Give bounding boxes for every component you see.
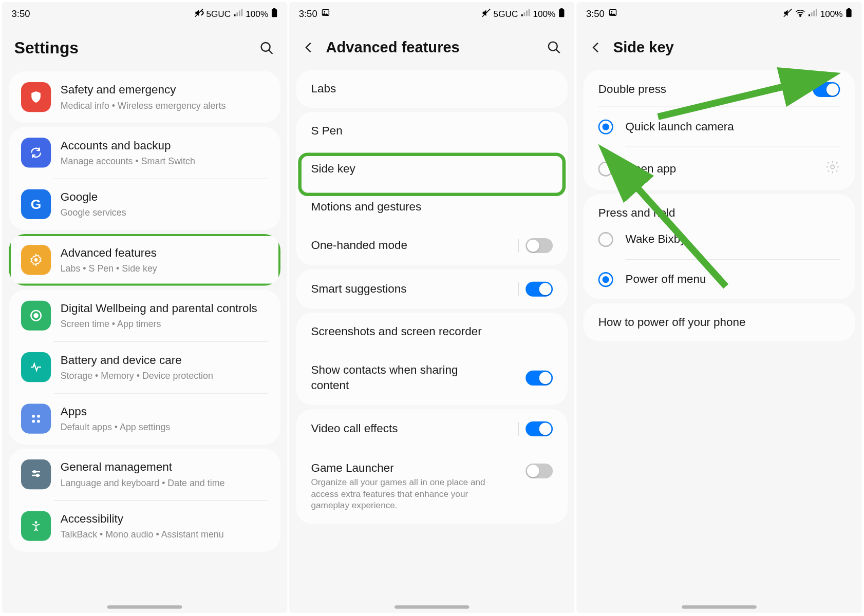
nav-hint xyxy=(107,605,182,609)
option-quick-launch-camera[interactable]: Quick launch camera xyxy=(584,107,855,147)
status-right: 100% xyxy=(783,8,852,19)
svg-point-10 xyxy=(32,420,35,423)
item-title: General management xyxy=(61,460,269,475)
svg-point-30 xyxy=(831,165,834,169)
grid-icon xyxy=(21,404,51,434)
header: Settings xyxy=(2,25,287,67)
gear-icon xyxy=(21,245,51,275)
battery-icon xyxy=(558,8,565,19)
toggle-game-launcher[interactable] xyxy=(525,464,553,478)
header: Side key xyxy=(576,25,861,66)
item-sub: Labs • S Pen • Side key xyxy=(61,262,269,274)
item-sub: TalkBack • Mono audio • Assistant menu xyxy=(61,529,269,541)
option-open-app[interactable]: Open app xyxy=(584,147,855,190)
radio-quick-launch[interactable] xyxy=(598,120,613,134)
svg-rect-29 xyxy=(848,8,850,9)
item-apps[interactable]: Apps Default apps • App settings xyxy=(9,393,280,444)
item-title: Apps xyxy=(61,404,269,419)
item-video-effects[interactable]: Video call effects xyxy=(296,409,568,449)
network-label: 5GUC xyxy=(494,9,518,19)
item-sub: Storage • Memory • Device protection xyxy=(61,370,269,381)
row-label: Smart suggestions xyxy=(311,282,406,296)
status-right: 5GUC 100% xyxy=(194,8,278,19)
gear-icon[interactable] xyxy=(825,160,840,178)
item-screenshots[interactable]: Screenshots and screen recorder xyxy=(296,313,568,351)
radio-power-off[interactable] xyxy=(598,272,613,287)
advanced-list: Labs S Pen Side key Motions and gestures… xyxy=(289,66,574,613)
item-advanced-features[interactable]: Advanced features Labs • S Pen • Side ke… xyxy=(9,234,280,285)
card: General management Language and keyboard… xyxy=(9,449,280,552)
pulse-icon xyxy=(21,352,51,382)
signal-icon xyxy=(233,9,243,19)
svg-rect-1 xyxy=(272,9,277,16)
item-motions[interactable]: Motions and gestures xyxy=(296,188,568,226)
person-icon xyxy=(21,511,51,541)
toggle-smart-suggestions[interactable] xyxy=(525,282,553,297)
settings-list: Safety and emergency Medical info • Wire… xyxy=(2,67,287,613)
screen-settings: 3:50 5GUC 100% Settings xyxy=(2,2,287,613)
svg-point-22 xyxy=(549,42,557,51)
sliders-icon xyxy=(21,459,51,489)
item-sub: Google services xyxy=(61,207,269,219)
item-labs[interactable]: Labs xyxy=(296,70,568,108)
svg-point-27 xyxy=(799,15,800,16)
option-wake-bixby[interactable]: Wake Bixby xyxy=(584,228,855,259)
card: Safety and emergency Medical info • Wire… xyxy=(9,71,280,123)
nav-hint xyxy=(395,605,469,609)
toggle-onehanded[interactable] xyxy=(525,238,553,253)
back-button[interactable] xyxy=(302,40,316,55)
item-smart-suggestions[interactable]: Smart suggestions xyxy=(296,270,568,309)
item-google[interactable]: G Google Google services xyxy=(9,179,280,230)
item-sidekey[interactable]: Side key xyxy=(296,150,568,188)
status-bar: 3:50 5GUC 100% xyxy=(2,2,287,25)
mute-icon xyxy=(783,8,793,19)
toggle-double-press[interactable] xyxy=(813,82,840,97)
back-button[interactable] xyxy=(589,40,604,55)
row-label: Show contacts when sharing content xyxy=(311,363,487,393)
search-icon[interactable] xyxy=(259,40,275,56)
item-spen[interactable]: S Pen xyxy=(296,112,568,150)
toggle-show-contacts[interactable] xyxy=(525,371,553,386)
option-power-off[interactable]: Power off menu xyxy=(584,260,855,299)
battery-icon xyxy=(846,8,852,19)
row-label: Labs xyxy=(311,82,336,95)
search-icon[interactable] xyxy=(546,40,562,56)
row-sub: Organize all your games all in one place… xyxy=(311,477,501,512)
item-wellbeing[interactable]: Digital Wellbeing and parental controls … xyxy=(9,290,280,341)
toggle-video-effects[interactable] xyxy=(525,421,553,436)
card: Smart suggestions xyxy=(296,270,568,309)
item-general[interactable]: General management Language and keyboard… xyxy=(9,449,280,500)
page-title: Settings xyxy=(14,38,249,57)
radio-wake-bixby[interactable] xyxy=(598,232,613,247)
svg-point-11 xyxy=(37,420,40,423)
item-onehanded[interactable]: One-handed mode xyxy=(296,226,568,265)
battery-label: 100% xyxy=(533,9,555,19)
item-how-to-power-off[interactable]: How to power off your phone xyxy=(584,303,855,341)
item-show-contacts[interactable]: Show contacts when sharing content xyxy=(296,351,568,405)
radio-open-app[interactable] xyxy=(598,161,613,176)
svg-point-14 xyxy=(33,471,35,473)
svg-rect-21 xyxy=(560,8,562,9)
wifi-icon xyxy=(795,9,805,19)
item-title: Accounts and backup xyxy=(61,138,269,153)
item-game-launcher[interactable]: Game Launcher Organize all your games al… xyxy=(296,449,568,524)
mute-icon xyxy=(481,8,491,19)
shield-icon xyxy=(21,82,51,112)
item-safety[interactable]: Safety and emergency Medical info • Wire… xyxy=(9,71,280,123)
card: Digital Wellbeing and parental controls … xyxy=(9,290,280,444)
page-title: Side key xyxy=(613,38,850,56)
item-sub: Default apps • App settings xyxy=(61,421,269,433)
item-accessibility[interactable]: Accessibility TalkBack • Mono audio • As… xyxy=(9,500,280,551)
row-label: One-handed mode xyxy=(311,239,407,252)
page-title: Advanced features xyxy=(326,38,537,56)
double-press-header[interactable]: Double press xyxy=(584,70,855,102)
row-label: Game Launcher xyxy=(311,461,519,475)
item-title: Accessibility xyxy=(61,511,269,526)
status-time: 3:50 xyxy=(586,8,605,19)
item-accounts[interactable]: Accounts and backup Manage accounts • Sm… xyxy=(9,127,280,178)
item-title: Google xyxy=(61,190,269,205)
header: Advanced features xyxy=(289,25,574,66)
option-label: Power off menu xyxy=(626,273,706,286)
item-battery[interactable]: Battery and device care Storage • Memory… xyxy=(9,341,280,393)
card: S Pen Side key Motions and gestures One-… xyxy=(296,112,568,265)
